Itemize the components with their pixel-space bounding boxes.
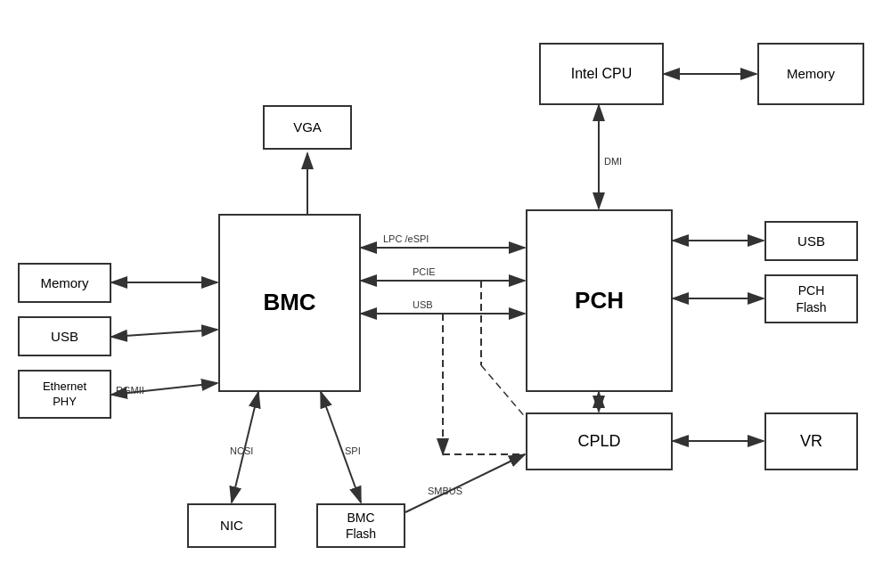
- memory-right-block: Memory: [757, 43, 864, 105]
- spi-label: SPI: [345, 445, 361, 456]
- vr-block: VR: [764, 412, 858, 470]
- pch-flash-block: PCHFlash: [764, 274, 858, 323]
- usb-right-block: USB: [764, 221, 858, 261]
- memory-left-block: Memory: [18, 263, 111, 303]
- bmc-flash-block: BMCFlash: [316, 503, 405, 548]
- nic-block: NIC: [187, 503, 276, 548]
- smbus-label: SMBUS: [428, 486, 462, 496]
- ncsi-label: NCSI: [230, 445, 253, 456]
- eth-phy-block: EthernetPHY: [18, 370, 111, 419]
- svg-line-23: [481, 365, 527, 419]
- usb-left-block: USB: [18, 316, 111, 356]
- lpc-label: LPC /eSPI: [383, 233, 429, 244]
- svg-line-13: [405, 454, 525, 512]
- bmc-block: BMC: [218, 214, 361, 392]
- pcie-label: PCIE: [413, 266, 436, 277]
- svg-line-6: [111, 330, 217, 337]
- dmi-label: DMI: [604, 156, 622, 167]
- pch-block: PCH: [526, 209, 673, 392]
- usb-mid-label: USB: [413, 299, 433, 310]
- intel-cpu-block: Intel CPU: [539, 43, 664, 105]
- cpld-block: CPLD: [526, 412, 673, 470]
- rgmii-label: RGMII: [116, 385, 144, 396]
- diagram: BMC VGA Memory USB EthernetPHY NIC BMCFl…: [0, 0, 891, 588]
- vga-block: VGA: [263, 105, 352, 150]
